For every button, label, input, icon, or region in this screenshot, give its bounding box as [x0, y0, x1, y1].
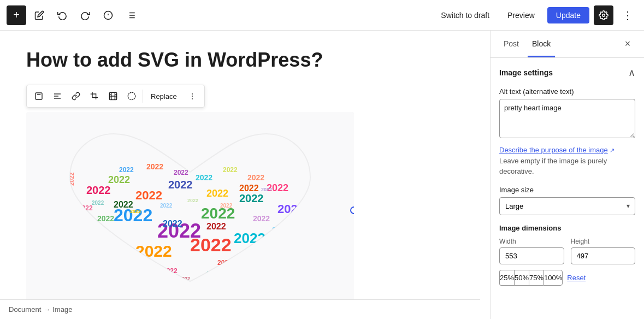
svg-text:2022: 2022 [247, 173, 264, 182]
image-crop-button[interactable] [86, 87, 103, 105]
pct-100-button[interactable]: 100% [543, 270, 563, 286]
info-button[interactable] [98, 5, 118, 25]
sidebar: Post Block × Image settings ∧ Alt text (… [490, 31, 644, 319]
image-text-wrap-button[interactable] [49, 87, 66, 105]
switch-to-draft-button[interactable]: Switch to draft [435, 8, 495, 23]
image-select-button[interactable] [123, 87, 140, 105]
svg-point-9 [602, 14, 605, 16]
describe-note: Leave empty if the image is purely decor… [499, 157, 607, 176]
svg-text:2022: 2022 [190, 234, 232, 255]
describe-link[interactable]: Describe the purpose of the image [499, 146, 608, 154]
dim-inputs: Width Height [499, 238, 635, 264]
heart-word-cloud: 2022 2022 2022 2022 2022 2022 2022 2022 … [26, 112, 354, 309]
svg-text:2022: 2022 [97, 214, 114, 223]
reset-dimensions-button[interactable]: Reset [567, 274, 586, 282]
breadcrumb-arrow: → [43, 305, 50, 314]
svg-text:2022: 2022 [239, 184, 259, 193]
post-title: How to add SVG in WordPress? [26, 48, 464, 72]
svg-text:2022: 2022 [160, 203, 173, 209]
section-header: Image settings ∧ [499, 67, 635, 79]
image-link-button[interactable] [67, 87, 85, 105]
alt-text-label: Alt text (alternative text) [499, 87, 635, 96]
alt-text-input[interactable] [499, 99, 635, 138]
image-expand-button[interactable] [104, 87, 122, 105]
image-more-button[interactable]: ⋮ [184, 87, 201, 105]
main-layout: How to add SVG in WordPress? Replace [0, 31, 644, 319]
external-link-icon: ↗ [610, 147, 615, 153]
svg-text:2022: 2022 [206, 188, 228, 199]
svg-text:2022: 2022 [114, 200, 133, 209]
add-block-button[interactable]: + [7, 5, 26, 25]
svg-text:2022: 2022 [206, 222, 226, 231]
pct-25-button[interactable]: 25% [499, 270, 514, 286]
image-size-select[interactable]: Large Thumbnail Medium Full Size [499, 197, 635, 215]
svg-text:2022: 2022 [119, 166, 134, 174]
redo-button[interactable] [75, 5, 95, 25]
height-label: Height [571, 238, 636, 245]
breadcrumb: Document → Image [0, 299, 480, 319]
toolbar-left: + [7, 5, 435, 25]
tab-block[interactable]: Block [528, 31, 555, 57]
pct-50-button[interactable]: 50% [514, 270, 529, 286]
describe-section: Describe the purpose of the image ↗ Leav… [499, 145, 635, 177]
editor-area[interactable]: How to add SVG in WordPress? Replace [0, 31, 490, 319]
tab-post[interactable]: Post [499, 31, 523, 57]
svg-text:2022: 2022 [135, 188, 162, 202]
percent-buttons: 25% 50% 75% 100% [499, 270, 563, 286]
replace-image-button[interactable]: Replace [145, 90, 182, 103]
pct-75-button[interactable]: 75% [529, 270, 543, 286]
toolbar-divider [143, 90, 143, 103]
undo-button[interactable] [52, 5, 72, 25]
svg-text:2022: 2022 [168, 179, 193, 191]
sidebar-tabs: Post Block × [491, 31, 644, 58]
breadcrumb-image[interactable]: Image [52, 305, 72, 314]
sidebar-close-button[interactable]: × [620, 37, 635, 52]
dimensions-label: Image dimensions [499, 224, 635, 232]
svg-text:2022: 2022 [86, 184, 111, 196]
svg-text:2022: 2022 [253, 214, 270, 223]
svg-text:2022: 2022 [239, 192, 264, 204]
height-field: Height [571, 238, 636, 264]
toolbar-right: Switch to draft Preview Update ⋮ [435, 5, 637, 25]
width-field: Width [499, 238, 564, 264]
image-placeholder: 2022 2022 2022 2022 2022 2022 2022 2022 … [26, 112, 354, 309]
dimensions-row: Image dimensions Width Height 25% [499, 224, 635, 286]
svg-text:2022: 2022 [146, 162, 163, 171]
image-size-label: Image size [499, 186, 635, 194]
svg-text:2022: 2022 [92, 200, 104, 206]
section-toggle-button[interactable]: ∧ [628, 67, 635, 79]
svg-text:2022: 2022 [223, 166, 238, 174]
list-view-button[interactable] [121, 5, 141, 25]
edit-icon-button[interactable] [29, 5, 49, 25]
section-title: Image settings [499, 68, 553, 77]
height-input[interactable] [571, 247, 636, 264]
width-input[interactable] [499, 247, 564, 264]
svg-text:2022: 2022 [108, 174, 130, 185]
svg-text:2022: 2022 [261, 187, 272, 192]
more-options-button[interactable]: ⋮ [618, 5, 637, 25]
svg-point-16 [128, 93, 135, 100]
preview-button[interactable]: Preview [499, 7, 543, 23]
svg-text:2022: 2022 [220, 203, 233, 209]
breadcrumb-document[interactable]: Document [9, 305, 41, 314]
sidebar-content: Image settings ∧ Alt text (alternative t… [491, 58, 644, 319]
svg-rect-10 [36, 93, 42, 99]
image-size-field: Image size Large Thumbnail Medium Full S… [499, 186, 635, 215]
image-container: 2022 2022 2022 2022 2022 2022 2022 2022 … [26, 112, 464, 309]
image-align-button[interactable] [30, 87, 48, 105]
image-size-select-wrap: Large Thumbnail Medium Full Size ▾ [499, 197, 635, 215]
update-button[interactable]: Update [547, 7, 589, 23]
settings-button[interactable] [594, 5, 613, 25]
pct-reset-row: 25% 50% 75% 100% Reset [499, 270, 635, 286]
svg-text:2022: 2022 [187, 198, 198, 203]
svg-text:2022: 2022 [163, 219, 182, 228]
image-block-toolbar: Replace ⋮ [26, 85, 205, 108]
resize-handle[interactable] [350, 206, 354, 214]
svg-text:2022: 2022 [196, 173, 212, 182]
svg-text:2022: 2022 [130, 209, 141, 214]
top-toolbar: + Switch to draft Preview Update ⋮ [0, 0, 644, 31]
width-label: Width [499, 238, 564, 245]
alt-text-field: Alt text (alternative text) [499, 87, 635, 140]
